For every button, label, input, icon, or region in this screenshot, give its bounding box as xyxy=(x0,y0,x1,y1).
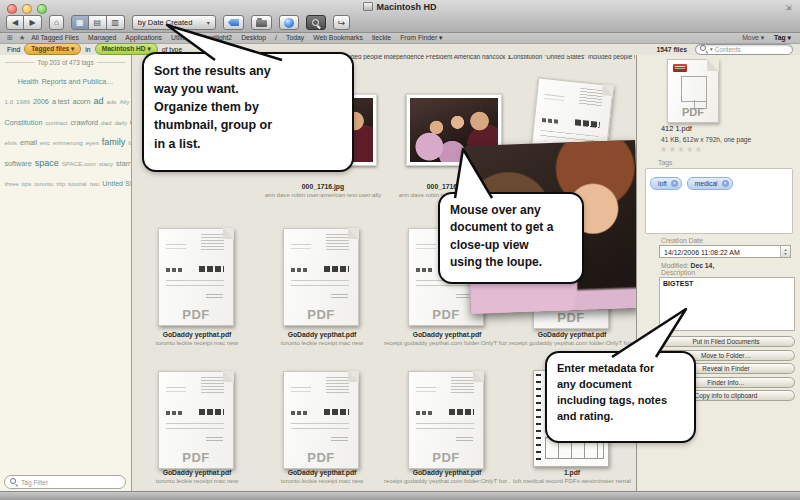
tag-cloud-tag[interactable]: ad xyxy=(93,96,103,106)
inspector-file-info: 41 KB, 612w x 792h, one page xyxy=(661,136,751,143)
pdf-thumbnail[interactable]: PDF xyxy=(158,371,234,469)
tag-cloud-tag[interactable]: contract xyxy=(45,119,67,126)
tag-pill-label: loft xyxy=(658,180,667,187)
tag-cloud-tag[interactable]: crawford xyxy=(70,118,98,127)
tag-cloud-tag[interactable]: software xyxy=(5,159,32,168)
pdf-label: PDF xyxy=(668,106,718,118)
file-count: 1547 files xyxy=(656,46,687,53)
search-placeholder: Contents xyxy=(715,46,741,53)
search-icon xyxy=(700,45,708,53)
tag-cloud-tag[interactable]: stacy xyxy=(99,160,113,167)
share-toolbar-button[interactable]: ↪ xyxy=(333,15,351,30)
tag-cloud-tag[interactable]: 1989 xyxy=(16,98,30,105)
pdf-file-icon[interactable]: PDF xyxy=(667,59,719,123)
window-grid-icon[interactable]: ⊞ xyxy=(7,34,13,42)
tag-cloud-tag[interactable]: family xyxy=(102,137,126,147)
pdf-label: PDF xyxy=(284,450,358,465)
tag-cloud-tag[interactable]: Ally xyxy=(119,98,129,105)
file-tags: receipt godaddy yepthat.com folder:OnlyT… xyxy=(384,477,510,484)
tag-cloud-tag[interactable]: farah xyxy=(128,139,131,146)
forward-button[interactable]: ▶ xyxy=(24,15,42,30)
home-button[interactable]: ⌂ xyxy=(49,15,64,30)
tag-cloud-tag[interactable]: starry night xyxy=(116,159,131,168)
file-name[interactable]: GoDaddy yepthat.pdf xyxy=(384,331,510,339)
move-menu[interactable]: Move ▾ xyxy=(742,34,764,42)
tag-cloud-tag[interactable]: Constitution xyxy=(5,118,43,127)
pdf-label: PDF xyxy=(159,450,233,465)
pdf-thumbnail[interactable]: PDF xyxy=(408,371,484,469)
tag-cloud-tag[interactable]: ads xyxy=(106,98,116,105)
tag-cloud-tag[interactable]: eyes xyxy=(86,139,99,146)
tag-cloud-tag[interactable]: acorn xyxy=(72,97,90,106)
view-group-button[interactable]: ▤ xyxy=(89,15,107,30)
file-name[interactable]: GoDaddy yepthat.pdf xyxy=(384,469,510,477)
tag-cloud-tag[interactable]: erinnerung xyxy=(53,139,83,146)
content-search-field[interactable]: ▾ Contents xyxy=(695,44,793,55)
pdf-thumbnail[interactable]: PDF xyxy=(283,371,359,469)
search-options-chevron-icon: ▾ xyxy=(710,46,713,52)
tag-pill[interactable]: medical× xyxy=(687,177,733,190)
tag-cloud-tag[interactable]: eric xyxy=(40,139,50,146)
tag-cloud-tag[interactable]: space xyxy=(35,158,59,168)
tag-cloud-tag[interactable]: email xyxy=(20,138,37,147)
pdf-thumbnail[interactable]: PDF xyxy=(283,228,359,326)
tag-cloud-tag[interactable]: three xyxy=(5,180,19,187)
tag-cloud-tag[interactable]: 1.0 xyxy=(5,98,14,105)
favorites-item[interactable]: Web Bookmarks xyxy=(313,34,363,42)
tag-filter-field[interactable]: Tag Filter xyxy=(4,475,126,489)
tag-cloud-tag[interactable]: elvis xyxy=(5,139,17,146)
tag-cloud-tag[interactable]: daily xyxy=(114,119,127,126)
expand-window-icon[interactable]: ⇲ xyxy=(785,3,794,12)
date-stepper[interactable]: ▴▾ xyxy=(780,246,790,257)
view-mode-segment: ▦ ▤ ▥ xyxy=(71,15,125,30)
file-name[interactable]: GoDaddy yepthat.pdf xyxy=(134,469,260,477)
tag-cloud-tag[interactable]: Reports and Publica… xyxy=(41,77,113,86)
spiral-binding xyxy=(536,374,541,463)
tag-cloud-tag[interactable]: two xyxy=(90,180,100,187)
item-caption-truncated[interactable]: Independence President American hancock … xyxy=(384,55,510,60)
tag-cloud-header: Top 203 of 473 tags xyxy=(5,59,126,66)
favorites-item[interactable]: Managed xyxy=(88,34,116,42)
favorites-item[interactable]: From Finder ▾ xyxy=(400,34,442,42)
scope-pill[interactable]: Tagged files ▾ xyxy=(24,43,81,55)
file-name[interactable]: GoDaddy yepthat.pdf xyxy=(259,469,385,477)
favorites-item[interactable]: All Tagged Files xyxy=(31,34,79,42)
file-name[interactable]: 000_1716.jpg xyxy=(260,183,386,191)
view-list-button[interactable]: ▥ xyxy=(107,15,125,30)
item-caption-truncated[interactable]: Constitution "United States" included pe… xyxy=(509,55,635,60)
rating-stars[interactable]: ★★★★★ xyxy=(660,145,703,154)
favorites-star-icon[interactable]: ★ xyxy=(19,34,25,42)
window-chrome: Macintosh HD ⇲ ◀ ▶ ⌂ ▦ ▤ ▥ by Date Creat… xyxy=(0,0,800,33)
pdf-thumbnail[interactable]: PDF xyxy=(158,228,234,326)
file-tags: receipt godaddy yepthat.com folder:OnlyT… xyxy=(384,339,510,346)
tag-pill[interactable]: loft× xyxy=(650,177,682,190)
file-name[interactable]: GoDaddy yepthat.pdf xyxy=(134,331,260,339)
tag-cloud-tag[interactable]: trip xyxy=(57,180,66,187)
view-thumbnails-button[interactable]: ▦ xyxy=(71,15,89,30)
remove-tag-icon[interactable]: × xyxy=(671,180,678,187)
tag-cloud-tag[interactable]: United States xyxy=(102,179,131,188)
tags-field[interactable]: loft×medical× xyxy=(645,168,793,234)
creation-date-field[interactable]: 14/12/2006 11:08:22 AM ▴▾ xyxy=(659,245,791,258)
tag-cloud-tag[interactable]: 2006 xyxy=(33,97,49,106)
tag-cloud-tag[interactable]: dad xyxy=(101,119,111,126)
tag-cloud-tag[interactable]: tips xyxy=(22,180,32,187)
tag-cloud-tag[interactable]: tutorial xyxy=(68,180,87,187)
inspector-file-name: 412 1.pdf xyxy=(661,124,692,133)
file-name[interactable]: GoDaddy yepthat.pdf xyxy=(259,331,385,339)
favorites-item[interactable]: tieckle xyxy=(372,34,391,42)
loupe-toolbar-button[interactable] xyxy=(306,15,326,30)
back-button[interactable]: ◀ xyxy=(6,15,24,30)
tag-cloud-tag[interactable]: Health xyxy=(18,77,39,86)
bottom-bar xyxy=(0,491,800,500)
tag-cloud-tag[interactable]: database xyxy=(130,117,131,127)
file-name[interactable]: 1.pdf xyxy=(509,469,635,477)
tag-cloud-tag[interactable]: a test xyxy=(52,97,70,106)
window-proxy-icon xyxy=(363,2,373,11)
tag-cloud-tag[interactable]: toronto xyxy=(34,180,53,187)
app-window: Macintosh HD ⇲ ◀ ▶ ⌂ ▦ ▤ ▥ by Date Creat… xyxy=(0,0,800,500)
item-caption: GoDaddy yepthat.pdf toronto leckie recei… xyxy=(259,331,385,346)
tag-cloud-tag[interactable]: SPACE.com xyxy=(62,160,96,167)
tag-menu[interactable]: Tag ▾ xyxy=(774,34,791,42)
remove-tag-icon[interactable]: × xyxy=(722,180,729,187)
